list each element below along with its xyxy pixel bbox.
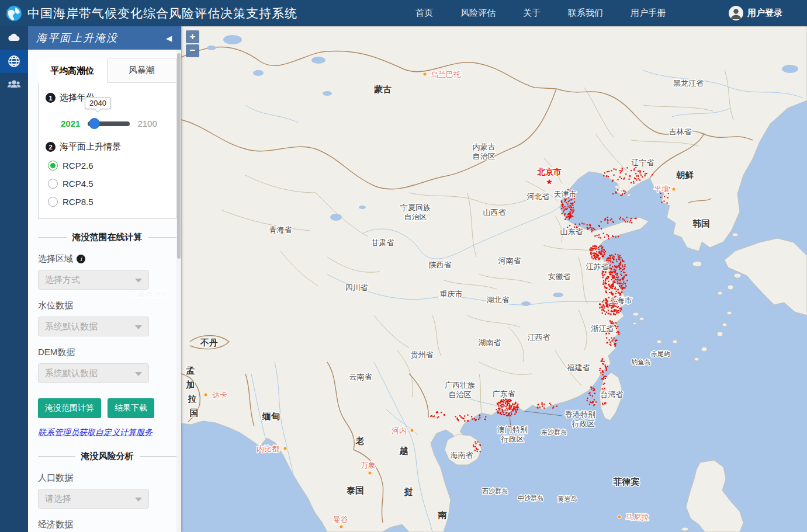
population-select[interactable]: 请选择: [38, 489, 149, 509]
chevron-down-icon: [135, 372, 142, 376]
chevron-down-icon: [135, 279, 142, 283]
nav-item-risk-assessment[interactable]: 风险评估: [460, 8, 496, 19]
svg-text:达卡: 达卡: [212, 391, 227, 399]
svg-text:青海省: 青海省: [269, 225, 292, 234]
svg-text:河北省: 河北省: [527, 192, 550, 201]
nav-item-about[interactable]: 关于: [523, 8, 541, 19]
zoom-out-button[interactable]: −: [186, 44, 199, 57]
panel-title: 海平面上升淹没: [36, 31, 118, 45]
slider-track[interactable]: [88, 121, 130, 126]
field-water-level-label: 水位数据: [38, 300, 176, 311]
section1-title: 淹没范围在线计算: [72, 232, 143, 243]
svg-text:宁夏回族: 宁夏回族: [400, 203, 431, 212]
svg-text:乌兰巴托: 乌兰巴托: [431, 70, 461, 79]
svg-text:山东省: 山东省: [560, 227, 583, 236]
app-title: 中国海岸带气候变化综合风险评估决策支持系统: [27, 5, 297, 22]
svg-text:马尼拉: 马尼拉: [626, 513, 649, 521]
region-select[interactable]: 选择方式: [38, 270, 149, 290]
svg-text:广西壮族: 广西壮族: [445, 381, 475, 390]
svg-text:菲律宾: 菲律宾: [613, 477, 640, 486]
svg-text:云南省: 云南省: [349, 373, 372, 381]
water-level-placeholder: 系统默认数据: [45, 321, 98, 332]
water-level-select[interactable]: 系统默认数据: [38, 317, 149, 336]
svg-text:四川省: 四川省: [345, 283, 368, 292]
tab-mean-high-tide[interactable]: 平均高潮位: [38, 58, 108, 83]
dem-placeholder: 系统默认数据: [45, 368, 98, 379]
nav-item-home[interactable]: 首页: [415, 8, 433, 19]
panel-scrollbar-thumb[interactable]: [177, 53, 181, 259]
panel-collapse-button[interactable]: ◀: [166, 34, 173, 43]
radio-rcp26[interactable]: RCP2.6: [48, 161, 169, 171]
tab-storm-surge[interactable]: 风暴潮: [108, 58, 176, 82]
svg-text:不丹: 不丹: [200, 338, 218, 347]
dem-select[interactable]: 系统默认数据: [38, 363, 149, 383]
panel-scrollbar[interactable]: [176, 50, 181, 532]
region-label: 选择区域: [38, 253, 73, 265]
step2-number-badge: 2: [46, 142, 56, 152]
zoom-in-button[interactable]: +: [186, 30, 199, 43]
svg-text:吉林省: 吉林省: [669, 127, 692, 136]
svg-text:江西省: 江西省: [528, 333, 550, 342]
svg-text:湖北省: 湖北省: [487, 295, 510, 304]
nav-item-user-manual[interactable]: 用户手册: [631, 8, 666, 19]
scenario-card: 平均高潮位 风暴潮 1 选择年份 2040 2021 2100: [38, 58, 176, 219]
svg-text:河内: 河内: [392, 426, 407, 435]
contact-admin-link[interactable]: 联系管理员获取自定义计算服务: [38, 427, 176, 438]
water-level-label: 水位数据: [38, 300, 73, 311]
dem-label: DEM数据: [38, 347, 75, 358]
svg-text:缅甸: 缅甸: [262, 411, 280, 421]
radio-rcp45-control: [48, 179, 58, 189]
svg-text:自治区: 自治区: [449, 390, 472, 399]
svg-text:行政区: 行政区: [501, 434, 524, 443]
svg-text:老: 老: [355, 436, 365, 446]
user-login[interactable]: 用户登录: [729, 6, 782, 20]
svg-text:台湾省: 台湾省: [601, 390, 624, 399]
svg-text:重庆市: 重庆市: [440, 290, 463, 298]
chevron-down-icon: [135, 498, 142, 502]
population-placeholder: 请选择: [45, 493, 71, 505]
svg-text:黑龙江省: 黑龙江省: [673, 79, 704, 88]
radio-rcp45[interactable]: RCP4.5: [48, 179, 169, 189]
svg-text:孟: 孟: [186, 366, 195, 375]
svg-text:万象: 万象: [361, 461, 376, 470]
panel-body: 平均高潮位 风暴潮 1 选择年份 2040 2021 2100: [28, 50, 176, 532]
download-results-button[interactable]: 结果下载: [108, 398, 154, 418]
svg-text:国: 国: [190, 408, 199, 418]
year-slider-tooltip: 2040: [85, 97, 111, 109]
svg-text:自治区: 自治区: [473, 152, 496, 161]
svg-text:行政区: 行政区: [572, 419, 595, 428]
field-region-label: 选择区域 i: [38, 253, 176, 265]
tab-bar: 平均高潮位 风暴潮: [39, 58, 176, 83]
svg-text:南: 南: [438, 510, 447, 520]
economy-label: 经济数据: [38, 519, 73, 530]
chevron-down-icon: [135, 325, 142, 329]
svg-text:贵州省: 贵州省: [411, 350, 434, 359]
radio-rcp26-control: [48, 161, 58, 171]
rail-item-cloud-icon[interactable]: [0, 26, 28, 50]
field-economy-label: 经济数据: [38, 519, 176, 530]
svg-text:安徽省: 安徽省: [548, 272, 571, 281]
svg-text:甘肃省: 甘肃省: [372, 238, 394, 247]
rail-item-globe-icon[interactable]: [0, 50, 28, 73]
svg-text:香港特别: 香港特别: [565, 410, 595, 419]
year-slider[interactable]: 2040 2021 2100: [61, 119, 169, 128]
radio-rcp85[interactable]: RCP8.5: [48, 197, 169, 207]
svg-text:广东省: 广东省: [493, 390, 515, 398]
nav-item-contact[interactable]: 联系我们: [568, 8, 603, 19]
svg-text:浙江省: 浙江省: [591, 324, 614, 333]
svg-text:海南省: 海南省: [451, 451, 473, 460]
population-label: 人口数据: [38, 472, 73, 484]
region-select-placeholder: 选择方式: [45, 274, 80, 286]
step1-number-badge: 1: [46, 93, 56, 103]
login-label: 用户登录: [747, 8, 782, 19]
svg-text:内蒙古: 内蒙古: [473, 142, 496, 151]
rail-item-users-icon[interactable]: [0, 73, 28, 96]
svg-text:朝鲜: 朝鲜: [676, 170, 694, 180]
main-nav: 首页 风险评估 关于 联系我们 用户手册: [415, 8, 666, 19]
inundation-calc-button[interactable]: 淹没范围计算: [38, 398, 101, 418]
svg-text:湖南省: 湖南省: [479, 338, 501, 347]
svg-text:内比都: 内比都: [257, 444, 279, 453]
svg-text:★: ★: [546, 177, 553, 186]
slider-handle[interactable]: [89, 118, 100, 129]
svg-text:泰国: 泰国: [346, 485, 364, 495]
